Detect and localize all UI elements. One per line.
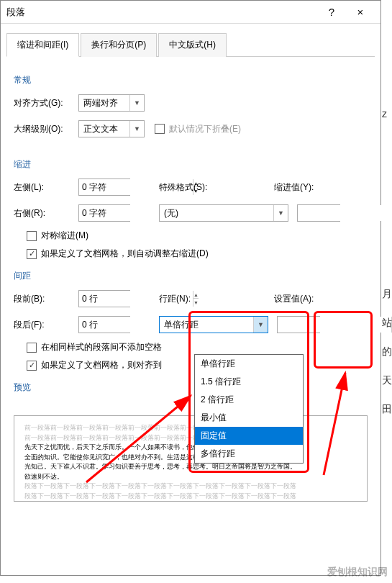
outline-label: 大纲级别(O): — [14, 123, 78, 135]
preview-text: 欲速则不达。 — [24, 472, 357, 482]
grid-indent-label: 如果定义了文档网格，则自动调整右缩进(D) — [41, 248, 209, 260]
after-spinner[interactable]: ▲ ▼ — [78, 316, 130, 333]
line-spacing-value: 单倍行距 — [160, 319, 253, 331]
grid-align-row: 如果定义了文档网格，则对齐到 — [14, 359, 368, 371]
preview-text: 全面的知识。它能使你见识宽广，也绝对办不到。生活是这样完整，活他一千辈子吧！莫开… — [24, 453, 357, 463]
grid-indent-checkbox[interactable] — [27, 249, 37, 259]
indent-value-input[interactable] — [298, 205, 392, 221]
collapse-label: 默认情况下折叠(E) — [169, 123, 241, 135]
tab-line-page[interactable]: 换行和分页(P) — [81, 33, 157, 57]
titlebar: 段落 ? × — [1, 1, 380, 24]
tab-label: 中文版式(H) — [169, 40, 216, 50]
no-space-checkbox[interactable] — [27, 343, 37, 353]
mirror-indent-checkbox[interactable] — [27, 231, 37, 241]
indent-right-label: 右侧(R): — [14, 207, 78, 220]
row-indent-right: 右侧(R): ▲ ▼ (无) ▼ ▲ ▼ — [14, 204, 368, 222]
special-format-label: 特殊格式(S): — [159, 181, 231, 194]
tab-asian[interactable]: 中文版式(H) — [158, 33, 227, 57]
before-spinner[interactable]: ▲ ▼ — [78, 290, 130, 307]
line-spacing-label: 行距(N): — [159, 293, 231, 305]
collapse-checkbox[interactable] — [155, 124, 165, 134]
outline-value: 正文文本 — [79, 123, 129, 135]
row-indent-left: 左侧(L): ▲ ▼ 特殊格式(S): 缩进值(Y): — [14, 178, 368, 196]
dropdown-option-multiple[interactable]: 多倍行距 — [195, 445, 303, 463]
mirror-indent-row: 对称缩进(M) — [14, 230, 368, 242]
outline-select[interactable]: 正文文本 ▼ — [78, 120, 145, 137]
section-general: 常规 — [14, 74, 368, 86]
chevron-down-icon[interactable]: ▼ — [273, 205, 288, 221]
tabs-bar: 缩进和间距(I) 换行和分页(P) 中文版式(H) — [6, 32, 375, 57]
row-before: 段前(B): ▲ ▼ 行距(N): 设置值(A): — [14, 289, 368, 308]
paragraph-dialog: 段落 ? × 缩进和间距(I) 换行和分页(P) 中文版式(H) 常规 对齐方式… — [0, 0, 381, 576]
line-spacing-dropdown: 单倍行距 1.5 倍行距 2 倍行距 最小值 固定值 多倍行距 — [194, 354, 304, 464]
set-value-label: 设置值(A): — [274, 293, 328, 305]
indent-left-spinner[interactable]: ▲ ▼ — [78, 178, 130, 196]
section-spacing: 间距 — [14, 270, 368, 282]
special-format-select[interactable]: (无) ▼ — [159, 204, 288, 222]
alignment-value: 两端对齐 — [79, 97, 129, 109]
side-char: 站 — [382, 308, 391, 337]
side-char: z — [382, 99, 391, 128]
side-char: 的 — [382, 337, 391, 366]
no-space-row: 在相同样式的段落间不添加空格 — [14, 341, 368, 353]
line-spacing-select[interactable]: 单倍行距 ▼ — [159, 316, 268, 333]
grid-indent-row: 如果定义了文档网格，则自动调整右缩进(D) — [14, 248, 368, 260]
no-space-label: 在相同样式的段落间不添加空格 — [41, 341, 162, 353]
indent-value-label: 缩进值(Y): — [274, 181, 328, 194]
preview-gray-line: 段落下一段落下一段落下一段落下一段落下一段落下一段落下一段落下一段落下一段落下一… — [24, 492, 357, 502]
after-label: 段后(F): — [14, 319, 78, 331]
dropdown-option-1-5[interactable]: 1.5 倍行距 — [195, 373, 303, 391]
grid-align-checkbox[interactable] — [27, 361, 37, 371]
chevron-down-icon[interactable]: ▼ — [253, 317, 268, 333]
side-char: 天 — [382, 366, 391, 394]
mirror-indent-label: 对称缩进(M) — [41, 230, 88, 242]
preview-gray-line: 段落下一段落下一段落下一段落下一段落下一段落下一段落下一段落下一段落下一段落下一… — [24, 482, 357, 492]
row-after: 段后(F): ▲ ▼ 单倍行距 ▼ ▲ ▼ — [14, 315, 368, 334]
dialog-content: 常规 对齐方式(G): 两端对齐 ▼ 大纲级别(O): 正文文本 ▼ 默认情况下… — [1, 57, 380, 408]
preview-text: 光知己。天下谁人不识君。学习知识要善于思考，思考，再思考。明日之帝国将是智力之帝… — [24, 462, 357, 472]
alignment-label: 对齐方式(G): — [14, 97, 78, 109]
close-button[interactable]: × — [346, 2, 375, 22]
indent-left-label: 左侧(L): — [14, 181, 78, 194]
section-indent: 缩进 — [14, 158, 368, 171]
tab-indent-spacing[interactable]: 缩进和间距(I) — [6, 33, 79, 57]
chevron-down-icon[interactable]: ▼ — [129, 95, 144, 111]
chevron-down-icon[interactable]: ▼ — [129, 121, 144, 137]
watermark: 爱刨根知识网 — [327, 566, 388, 579]
set-value-input[interactable] — [278, 317, 391, 333]
side-char: 月 — [382, 279, 391, 308]
preview-text: 先天下之忧而忧，后天下之乐而乐。一个人如果不读书，他便无法知晓前人的智慧，也将无… — [24, 443, 357, 453]
preview-box: 前一段落前一段落前一段落前一段落前一段落前一段落前一段落前一段落前一段落前一段落… — [14, 415, 368, 502]
tab-label: 缩进和间距(I) — [17, 40, 68, 50]
special-format-value: (无) — [160, 207, 273, 220]
side-letters: z 月 站 的 天 田 — [382, 99, 391, 423]
tab-label: 换行和分页(P) — [91, 40, 146, 50]
dropdown-option-single[interactable]: 单倍行距 — [195, 355, 303, 373]
side-char: 田 — [382, 394, 391, 423]
dialog-title: 段落 — [6, 6, 317, 19]
dropdown-option-min[interactable]: 最小值 — [195, 409, 303, 427]
grid-align-label: 如果定义了文档网格，则对齐到 — [41, 359, 162, 371]
help-button[interactable]: ? — [317, 2, 346, 22]
row-outline: 大纲级别(O): 正文文本 ▼ 默认情况下折叠(E) — [14, 119, 368, 138]
dropdown-option-fixed[interactable]: 固定值 — [195, 427, 303, 445]
dropdown-option-double[interactable]: 2 倍行距 — [195, 391, 303, 409]
indent-right-spinner[interactable]: ▲ ▼ — [78, 204, 130, 222]
before-label: 段前(B): — [14, 293, 78, 305]
preview-gray-line: 前一段落前一段落前一段落前一段落前一段落前一段落前一段落前一段落前一段落前一段落 — [24, 423, 357, 433]
row-alignment: 对齐方式(G): 两端对齐 ▼ — [14, 94, 368, 112]
indent-value-spinner[interactable]: ▲ ▼ — [297, 204, 340, 222]
section-preview: 预览 — [14, 381, 368, 394]
alignment-select[interactable]: 两端对齐 ▼ — [78, 94, 145, 112]
preview-gray-line: 前一段落前一段落前一段落前一段落前一段落前一段落前一段落前一段落前一段落前一段落 — [24, 433, 357, 443]
set-value-spinner[interactable]: ▲ ▼ — [277, 316, 320, 333]
